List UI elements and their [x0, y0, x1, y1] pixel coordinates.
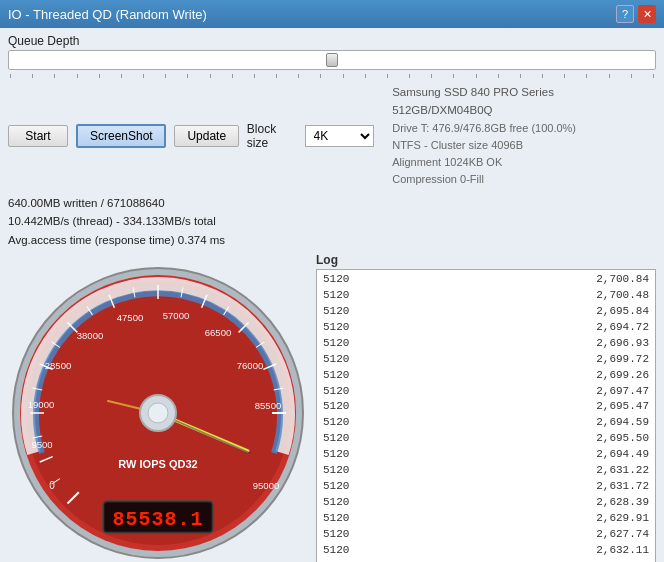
log-row: 51202,700.84	[321, 272, 651, 288]
device-fs: NTFS - Cluster size 4096B	[392, 137, 656, 154]
log-row: 51202,699.26	[321, 368, 651, 384]
svg-text:47500: 47500	[117, 312, 143, 323]
log-row: 51202,696.93	[321, 336, 651, 352]
controls-row: Start ScreenShot Update Block size 512B1…	[8, 84, 656, 188]
log-row: 51202,694.49	[321, 447, 651, 463]
update-button[interactable]: Update	[174, 125, 238, 147]
svg-text:28500: 28500	[45, 360, 71, 371]
stats-line3: Avg.access time (response time) 0.374 ms	[8, 231, 656, 249]
log-row: 51202,697.47	[321, 384, 651, 400]
svg-text:RW IOPS QD32: RW IOPS QD32	[118, 458, 197, 470]
log-row: 51202,632.11	[321, 543, 651, 559]
log-box[interactable]: 51202,700.8451202,700.4851202,695.845120…	[316, 269, 656, 562]
device-compression: Compression 0-Fill	[392, 171, 656, 188]
block-size-label: Block size	[247, 122, 301, 150]
screenshot-button[interactable]: ScreenShot	[76, 124, 166, 148]
log-row: 51202,695.50	[321, 431, 651, 447]
svg-text:76000: 76000	[237, 360, 263, 371]
log-row: 51202,631.22	[321, 463, 651, 479]
start-button[interactable]: Start	[8, 125, 68, 147]
log-row: 51202,694.72	[321, 320, 651, 336]
svg-text:19000: 19000	[28, 399, 54, 410]
block-size-select[interactable]: 512B1K2K4K8K16K32K64K128K256K512K1M2M	[305, 125, 375, 147]
title-bar-buttons: ? ✕	[616, 5, 656, 23]
svg-text:95000: 95000	[253, 480, 279, 491]
lower-section: 0 9500 19000 28500 38000 47500 57000	[8, 253, 656, 562]
help-button[interactable]: ?	[616, 5, 634, 23]
svg-text:66500: 66500	[205, 327, 231, 338]
svg-text:38000: 38000	[77, 330, 103, 341]
svg-text:9500: 9500	[31, 439, 52, 450]
device-drive: Drive T: 476.9/476.8GB free (100.0%)	[392, 120, 656, 137]
slider-ticks	[8, 74, 656, 78]
queue-slider-container[interactable]	[8, 50, 656, 70]
queue-section: Queue Depth	[8, 34, 656, 78]
log-label: Log	[316, 253, 656, 267]
queue-slider-thumb[interactable]	[326, 53, 338, 67]
svg-point-40	[148, 403, 168, 423]
svg-text:0: 0	[49, 480, 55, 491]
svg-text:85538.1: 85538.1	[112, 508, 203, 531]
svg-text:57000: 57000	[163, 310, 189, 321]
log-row: 51202,695.47	[321, 399, 651, 415]
log-row: 51202,695.84	[321, 304, 651, 320]
device-title: Samsung SSD 840 PRO Series 512GB/DXM04B0…	[392, 84, 656, 120]
device-alignment: Alignment 1024KB OK	[392, 154, 656, 171]
title-bar: IO - Threaded QD (Random Write) ? ✕	[0, 0, 664, 28]
gauge-svg: 0 9500 19000 28500 38000 47500 57000	[8, 253, 308, 562]
stats-line1: 640.00MB written / 671088640	[8, 194, 656, 212]
close-button[interactable]: ✕	[638, 5, 656, 23]
log-row: 51202,627.74	[321, 527, 651, 543]
svg-text:85500: 85500	[255, 400, 281, 411]
right-panel: Log 51202,700.8451202,700.4851202,695.84…	[316, 253, 656, 562]
stats-text: 640.00MB written / 671088640 10.442MB/s …	[8, 194, 656, 249]
stats-line2: 10.442MB/s (thread) - 334.133MB/s total	[8, 212, 656, 230]
block-size-group: Block size 512B1K2K4K8K16K32K64K128K256K…	[247, 122, 374, 150]
window-title: IO - Threaded QD (Random Write)	[8, 7, 207, 22]
log-row: 51202,631.72	[321, 479, 651, 495]
main-content: Queue Depth Start ScreenShot U	[0, 28, 664, 562]
log-row: 51202,700.48	[321, 288, 651, 304]
log-row: 51202,628.39	[321, 495, 651, 511]
log-row: 51202,699.72	[321, 352, 651, 368]
log-row: 51202,694.59	[321, 415, 651, 431]
gauge-container: 0 9500 19000 28500 38000 47500 57000	[8, 253, 308, 562]
device-info: Samsung SSD 840 PRO Series 512GB/DXM04B0…	[392, 84, 656, 188]
log-row: 51202,629.91	[321, 511, 651, 527]
queue-label: Queue Depth	[8, 34, 656, 48]
